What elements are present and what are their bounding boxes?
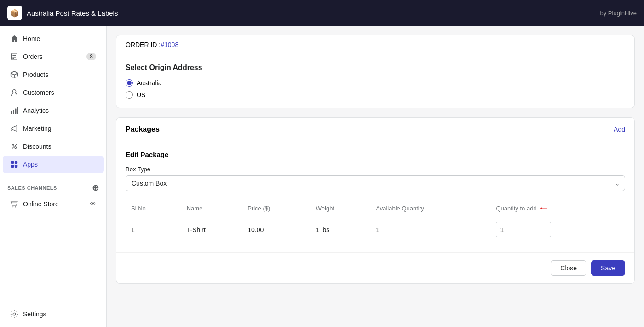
select-origin-title: Select Origin Address bbox=[126, 64, 625, 72]
order-card: ORDER ID :#1008 Select Origin Address Au… bbox=[116, 35, 635, 108]
table-header-row: Sl No. Name Price ($) Weight Available Q… bbox=[126, 200, 625, 216]
box-type-select[interactable]: Custom Box bbox=[126, 175, 625, 191]
products-icon bbox=[10, 70, 18, 79]
sidebar-nav: Home Orders 8 Products bbox=[0, 26, 106, 177]
sidebar-item-products[interactable]: Products bbox=[3, 66, 104, 83]
radio-australia[interactable]: Australia bbox=[126, 79, 625, 87]
by-plugin-label: by PluginHive bbox=[600, 10, 637, 17]
app-icon: 📦 bbox=[7, 6, 22, 20]
eye-icon[interactable]: 👁 bbox=[90, 200, 96, 208]
cell-qty-to-add: ▲ ▼ bbox=[490, 216, 625, 243]
box-type-label: Box Type bbox=[126, 166, 625, 173]
origin-radio-group: Australia US bbox=[126, 79, 625, 99]
settings-icon bbox=[10, 310, 18, 318]
button-row: Close Save bbox=[116, 252, 634, 283]
quantity-input-wrapper: ▲ ▼ bbox=[496, 222, 551, 237]
radio-us-label: US bbox=[137, 91, 145, 99]
svg-rect-5 bbox=[11, 111, 12, 114]
discounts-icon bbox=[10, 142, 18, 151]
table-row: 1 T-Shirt 10.00 1 lbs 1 ▲ ▼ bbox=[126, 216, 625, 243]
save-button[interactable]: Save bbox=[591, 260, 625, 276]
th-qty-to-add: Quantity to add bbox=[490, 200, 625, 216]
home-icon bbox=[10, 35, 18, 43]
order-id-link[interactable]: #1008 bbox=[161, 41, 178, 48]
svg-rect-14 bbox=[11, 165, 14, 168]
radio-us[interactable]: US bbox=[126, 91, 625, 99]
sidebar-label-analytics: Analytics bbox=[23, 107, 49, 114]
radio-australia-input[interactable] bbox=[126, 79, 133, 87]
cell-available-qty: 1 bbox=[370, 216, 490, 243]
svg-rect-7 bbox=[15, 109, 17, 114]
packages-header: Packages Add bbox=[116, 118, 634, 141]
add-package-link[interactable]: Add bbox=[614, 126, 625, 133]
main-content: ORDER ID :#1008 Select Origin Address Au… bbox=[107, 26, 644, 327]
sidebar-label-home: Home bbox=[23, 35, 40, 42]
sidebar-item-online-store[interactable]: Online Store 👁 bbox=[3, 195, 104, 213]
orders-icon bbox=[10, 53, 18, 61]
quantity-stepper-input[interactable] bbox=[496, 222, 551, 237]
sidebar-item-analytics[interactable]: Analytics bbox=[3, 102, 104, 119]
svg-point-4 bbox=[12, 90, 16, 93]
packages-table: Sl No. Name Price ($) Weight Available Q… bbox=[126, 200, 625, 243]
sidebar-item-discounts[interactable]: Discounts bbox=[3, 138, 104, 155]
cell-weight: 1 lbs bbox=[310, 216, 371, 243]
settings-label: Settings bbox=[23, 310, 46, 318]
origin-card-body: Select Origin Address Australia US bbox=[116, 54, 634, 108]
analytics-icon bbox=[10, 106, 18, 115]
svg-point-17 bbox=[15, 206, 16, 207]
svg-rect-15 bbox=[15, 165, 17, 168]
sidebar-label-marketing: Marketing bbox=[23, 125, 51, 132]
app-title: Australia Post Rates & Labels bbox=[27, 9, 600, 17]
sales-channels-section: SALES CHANNELS ⊕ bbox=[0, 177, 106, 195]
sidebar-label-products: Products bbox=[23, 71, 48, 78]
packages-card: Packages Add Edit Package Box Type Custo… bbox=[116, 117, 635, 284]
sidebar-label-orders: Orders bbox=[23, 53, 43, 60]
svg-point-18 bbox=[13, 313, 15, 315]
sidebar-bottom: Settings bbox=[0, 301, 106, 327]
sidebar: Home Orders 8 Products bbox=[0, 26, 107, 327]
radio-us-input[interactable] bbox=[126, 91, 133, 99]
svg-rect-12 bbox=[11, 161, 14, 164]
svg-point-9 bbox=[12, 145, 14, 146]
close-button[interactable]: Close bbox=[551, 260, 586, 276]
sidebar-label-apps: Apps bbox=[23, 161, 38, 168]
edit-package-title: Edit Package bbox=[126, 151, 625, 158]
th-price: Price ($) bbox=[242, 200, 310, 216]
apps-icon bbox=[10, 160, 18, 169]
sidebar-label-discounts: Discounts bbox=[23, 143, 51, 150]
radio-australia-label: Australia bbox=[137, 79, 161, 87]
edit-package-section: Edit Package Box Type Custom Box Sl No. … bbox=[116, 141, 634, 252]
arrow-annotation bbox=[540, 204, 548, 212]
svg-point-16 bbox=[12, 206, 13, 207]
th-qty-add-label: Quantity to add bbox=[496, 205, 536, 212]
box-type-select-wrapper: Custom Box bbox=[126, 175, 625, 191]
order-id-section: ORDER ID :#1008 bbox=[116, 35, 634, 54]
svg-point-10 bbox=[15, 147, 17, 149]
sidebar-item-home[interactable]: Home bbox=[3, 30, 104, 47]
th-qty-add-with-arrow: Quantity to add bbox=[496, 204, 620, 212]
th-weight: Weight bbox=[310, 200, 371, 216]
sidebar-item-marketing[interactable]: Marketing bbox=[3, 120, 104, 137]
packages-title: Packages bbox=[126, 125, 160, 134]
sidebar-item-customers[interactable]: Customers bbox=[3, 84, 104, 101]
cell-sl-no: 1 bbox=[126, 216, 181, 243]
top-header: 📦 Australia Post Rates & Labels by Plugi… bbox=[0, 0, 644, 26]
th-name: Name bbox=[181, 200, 242, 216]
svg-rect-8 bbox=[17, 107, 18, 114]
online-store-icon bbox=[10, 200, 18, 208]
sidebar-label-customers: Customers bbox=[23, 89, 54, 96]
sidebar-item-apps[interactable]: Apps bbox=[3, 156, 104, 173]
sales-channels-title: SALES CHANNELS bbox=[7, 185, 57, 191]
sidebar-item-settings[interactable]: Settings bbox=[3, 305, 104, 323]
sidebar-item-orders[interactable]: Orders 8 bbox=[3, 48, 104, 65]
svg-rect-13 bbox=[15, 161, 17, 164]
svg-marker-20 bbox=[540, 207, 542, 209]
add-sales-channel-icon[interactable]: ⊕ bbox=[92, 183, 99, 193]
orders-badge: 8 bbox=[86, 53, 96, 60]
customers-icon bbox=[10, 88, 18, 97]
th-sl-no: Sl No. bbox=[126, 200, 181, 216]
cell-price: 10.00 bbox=[242, 216, 310, 243]
marketing-icon bbox=[10, 124, 18, 133]
cell-name: T-Shirt bbox=[181, 216, 242, 243]
svg-rect-6 bbox=[13, 110, 14, 114]
